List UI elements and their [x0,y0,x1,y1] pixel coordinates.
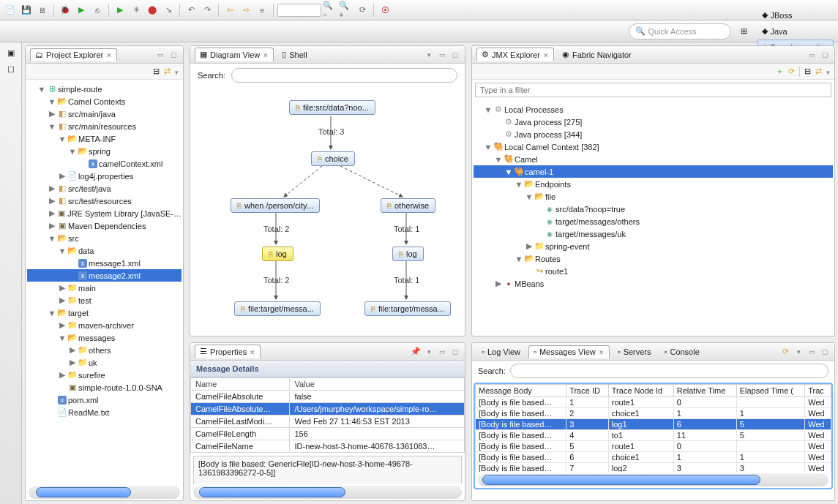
jmx-explorer-tab[interactable]: ⚙ JMX Explorer [476,48,554,61]
table-row[interactable]: [Body is file based…1route10Wed [476,397,831,408]
up-icon[interactable]: ≡ [255,3,269,18]
column-header[interactable]: Trace Node Id [608,385,673,397]
task-icon[interactable]: ☐ [7,65,15,75]
expand-arrow-icon[interactable]: ▼ [525,192,534,201]
close-icon[interactable] [250,347,255,356]
diagram-view-tab[interactable]: ▦ Diagram View [195,48,274,61]
refresh-icon[interactable] [788,67,795,76]
tree-item[interactable]: ▶maven-archiver [27,319,182,331]
node-file-target-right[interactable]: file:target/messa... [364,301,451,316]
expand-arrow-icon[interactable]: ▼ [48,309,56,317]
node-choice[interactable]: choice [311,151,355,166]
node-file-source[interactable]: file:src/data?noo... [289,100,375,115]
undo-icon[interactable]: ↶ [184,3,198,18]
expand-arrow-icon[interactable]: ▶ [58,171,67,181]
tree-item[interactable]: ▼data [27,244,182,257]
project-tree[interactable]: ▼simple-route▼Camel Contexts▶src/main/ja… [26,80,183,421]
table-row[interactable]: CamelFileNameID-new-host-3-home-40678-13… [191,440,465,453]
scrollbar-horizontal[interactable] [29,486,180,499]
perspective-java[interactable]: ◆ Java [757,23,834,40]
collapse-all-icon[interactable]: ⊟ [153,67,160,76]
expand-arrow-icon[interactable]: ▶ [58,320,67,330]
perspective-jboss[interactable]: ◆ JBoss [757,7,834,23]
table-row[interactable]: [Body is file based…4to1115Wed [476,430,831,441]
save-icon[interactable]: 💾 [19,3,34,18]
properties-tab[interactable]: ☰ Properties [195,345,261,358]
tree-item[interactable]: src/data?noop=true [474,203,833,215]
maximize-icon[interactable] [820,50,830,60]
properties-table[interactable]: NameValue CamelFileAbsolutefalseCamelFil… [190,377,465,453]
expand-arrow-icon[interactable]: ▼ [68,147,77,156]
expand-arrow-icon[interactable]: ▼ [484,105,493,114]
tree-item[interactable]: ▶MBeans [474,277,833,290]
stop2-icon[interactable]: ✳ [129,3,143,18]
tree-item[interactable]: simple-route-1.0.0-SNA [27,381,182,394]
toolbar-btn[interactable]: 📄 [3,3,18,18]
tree-item[interactable]: ▼messages [27,331,182,344]
tree-item[interactable]: Java process [275] [474,116,833,128]
fwd-icon[interactable]: ⇨ [239,3,253,18]
column-header[interactable]: Relative Time [673,385,736,397]
node-when[interactable]: when /person/city... [231,198,320,213]
tree-item[interactable]: pom.xml [27,394,182,406]
close-icon[interactable] [106,50,112,59]
table-row[interactable]: CamelFileAbsolute…/Users/jmurphey/worksp… [191,403,465,415]
node-log-left[interactable]: log [262,247,293,261]
tree-item[interactable]: ▶main [27,282,182,294]
tree-item[interactable]: target/messages/others [474,215,833,227]
save-all-icon[interactable]: 🗎 [35,3,50,18]
tree-item[interactable]: ▼Camel Contexts [27,95,182,108]
tree-item[interactable]: ▶Maven Dependencies [27,219,182,232]
tree-item[interactable]: ▼Endpoints [474,178,833,190]
add-icon[interactable]: ＋ [776,66,784,77]
min-icon[interactable] [807,347,817,357]
run-icon[interactable]: ▶ [74,3,89,18]
tree-item[interactable]: ▶spring-event [474,240,833,252]
link-editor-icon[interactable]: ⇄ [164,67,171,76]
table-row[interactable]: [Body is file based…2choice111Wed [476,408,831,419]
minimize-icon[interactable] [155,50,165,60]
tree-item[interactable]: ▼Camel [474,153,833,165]
table-row[interactable]: [Body is file based…5route10Wed [476,441,831,452]
expand-arrow-icon[interactable]: ▼ [515,255,523,263]
expand-arrow-icon[interactable]: ▼ [58,334,67,342]
close-icon[interactable] [263,50,269,59]
quick-access-input[interactable]: 🔍 Quick Access [629,23,731,40]
expand-arrow-icon[interactable]: ▶ [48,196,56,206]
messages-search-input[interactable] [510,364,828,378]
step-icon[interactable]: ↘ [161,3,176,18]
tree-item[interactable]: ▼Local Processes [474,103,833,116]
column-header[interactable]: Message Body [476,385,566,397]
column-header[interactable]: Trace ID [566,385,609,397]
record-icon[interactable]: ⦿ [378,3,392,18]
tree-item[interactable]: ▶others [27,344,182,356]
tree-item[interactable]: message2.xml [27,269,182,282]
tree-item[interactable]: target/messages/uk [474,227,833,240]
tree-item[interactable]: ReadMe.txt [27,406,182,418]
zoom-out-icon[interactable]: 🔍− [323,3,337,18]
tree-item[interactable]: ▼src/main/resources [27,120,182,132]
expand-arrow-icon[interactable]: ▶ [48,221,56,230]
jmx-tree[interactable]: ▼Local ProcessesJava process [275]Java p… [472,100,834,293]
tree-item[interactable]: ▶test [27,294,182,306]
tree-item[interactable]: ▼target [27,306,182,319]
expand-arrow-icon[interactable]: ▶ [48,184,56,193]
view-menu-icon[interactable] [175,67,179,76]
toolbar-search-input[interactable] [277,4,321,17]
tree-item[interactable]: ▼camel-1 [474,165,833,178]
tree-item[interactable]: ▼spring [27,145,182,157]
view-menu-icon[interactable] [424,50,434,60]
tab-console[interactable]: ▫Console [659,345,705,358]
play-icon[interactable]: ▶ [113,3,127,18]
table-row[interactable]: [Body is file based…7log233Wed [476,463,831,473]
node-log-right[interactable]: log [392,247,424,261]
external-icon[interactable]: ⎋ [90,3,105,18]
column-header[interactable]: Elapsed Time ( [736,385,805,397]
tree-item[interactable]: ▼simple-route [27,83,182,95]
table-row[interactable]: [Body is file based…3log165Wed [476,419,831,430]
messages-table[interactable]: Message BodyTrace IDTrace Node IdRelativ… [475,384,831,472]
collapse-all-icon[interactable]: ⊟ [804,67,811,76]
expand-arrow-icon[interactable]: ▶ [58,283,67,293]
maximize-icon[interactable] [450,347,460,357]
maximize-icon[interactable] [450,50,460,60]
